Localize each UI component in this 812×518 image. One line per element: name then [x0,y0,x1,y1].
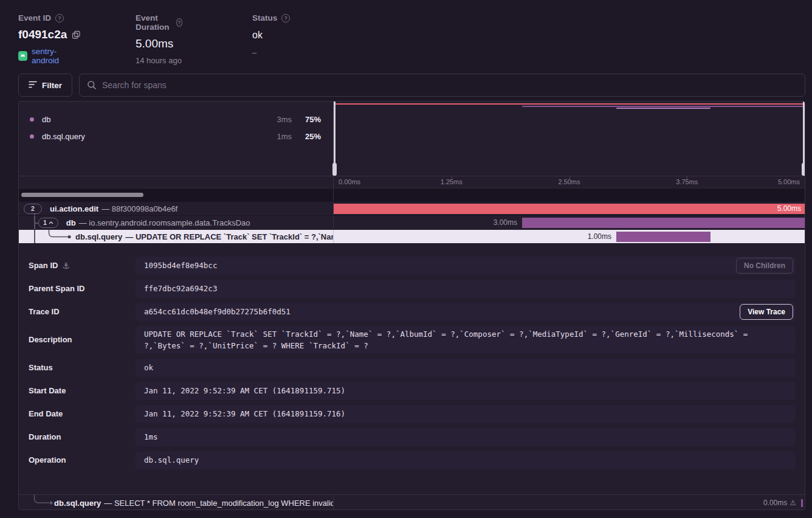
time-axis-row: 0.00ms 1.25ms 2.50ms 3.75ms 5.00ms [19,176,805,188]
help-icon[interactable]: ? [55,14,64,22]
minimap-span-line [522,106,805,107]
span-op: db.sql.query [54,499,101,508]
event-id-section: Event ID ? f0491c2a s [18,13,81,65]
span-id-value: 1095bd4ef8e94bcc No Children [136,257,796,275]
op-duration: 1ms [263,132,292,141]
vertical-scrollbar-thumb[interactable] [805,246,805,506]
event-duration-section: Event Duration ? 5.00ms 14 hours ago [136,13,182,65]
axis-tick-label: 2.50ms [558,178,580,185]
minimap-span-line [616,108,710,109]
status-value: ok [252,30,290,41]
span-detail-panel: Span ID ⚓ 1095bd4ef8e94bcc No Children P… [19,243,805,494]
chevron-up-icon [49,221,53,224]
op-duration: 3ms [263,115,292,124]
span-children-badge[interactable]: 2 [24,204,42,214]
span-op: db [66,218,76,227]
axis-tick-label: 1.25ms [441,178,463,185]
ops-breakdown-item-db[interactable]: db 3ms 75% [19,111,333,128]
op-percent: 75% [299,115,321,124]
warning-icon: ⚠ [790,495,796,510]
tree-connector [34,230,35,243]
horizontal-scrollbar-thumb[interactable] [21,193,143,197]
search-icon [87,80,97,90]
copy-icon[interactable] [72,30,81,40]
toolbar: Filter [18,74,805,97]
scroll-strip [19,188,805,201]
status-row-value: ok [136,359,796,377]
event-duration-ago: 14 hours ago [136,56,182,65]
tree-connector [33,495,58,510]
axis-tick-label: 0.00ms [339,178,360,185]
span-bar[interactable] [522,218,805,228]
span-description: — io.sentry.android.roomsample.data.Trac… [79,218,250,227]
span-description: — SELECT * FROM room_table_modification_… [104,499,334,508]
tree-connector [48,230,74,243]
span-bar [801,499,803,507]
trace-id-label: Trace ID [29,303,60,321]
span-bar[interactable] [334,204,805,214]
span-description: — 88f300998a0b4e6f [102,204,177,213]
axis-tick-label: 3.75ms [676,178,698,185]
description-value: UPDATE OR REPLACE `Track` SET `TrackId` … [136,326,796,354]
minimap-span-line [334,103,805,105]
span-row-ui-action-edit[interactable]: 2 ui.action.edit — 88f300998a0b4e6f 5.00… [19,201,805,215]
parent-span-id-value: ffe7dbc92a6942c3 [136,280,796,298]
status-label: Status [252,13,277,22]
end-date-label: End Date [29,405,63,423]
span-duration-label: 1.00ms [588,230,611,244]
span-row-db-sql-query-selected[interactable]: db.sql.query — UPDATE OR REPLACE `Track`… [19,229,805,243]
status-row-label: Status [29,359,53,377]
span-description: — UPDATE OR REPLACE `Track` SET `TrackId… [125,232,334,241]
span-op: db.sql.query [75,232,122,241]
filter-icon [29,81,37,90]
span-op: ui.action.edit [50,204,98,213]
status-section: Status ? ok – [252,13,290,57]
minimap-row: db 3ms 75% db.sql.query 1ms 25% [19,102,805,176]
span-bar[interactable] [616,232,710,242]
duration-row-label: Duration [29,428,61,446]
span-children-badge[interactable]: 1 [38,218,58,228]
ops-breakdown-item-db-sql-query[interactable]: db.sql.query 1ms 25% [19,128,333,145]
event-duration-label: Event Duration [136,13,172,32]
start-date-value: Jan 11, 2022 9:52:39 AM CET (1641891159.… [136,382,796,400]
android-project-icon [18,51,27,61]
status-sub: – [252,48,290,57]
tree-connector [34,214,35,215]
event-id-value: f0491c2a [18,28,67,41]
op-color-dot [30,134,34,139]
span-search[interactable] [79,74,805,97]
start-date-label: Start Date [29,382,66,400]
op-name: db [42,115,263,124]
span-row-db[interactable]: 1 db — io.sentry.android.roomsample.data… [19,215,805,229]
view-trace-button[interactable]: View Trace [740,304,793,320]
axis-tick-label: 5.00ms [778,178,800,185]
tree-connector [34,223,38,224]
anchor-icon[interactable]: ⚓ [62,257,70,275]
minimap-right-handle[interactable] [803,102,805,176]
trace-minimap[interactable] [334,102,805,176]
filter-button-label: Filter [42,81,62,90]
op-percent: 25% [299,132,321,141]
operation-label: Operation [29,451,66,469]
span-row-db-sql-query-select[interactable]: db.sql.query — SELECT * FROM room_table_… [19,494,805,510]
help-icon[interactable]: ? [176,18,182,27]
span-id-label: Span ID [29,257,58,275]
parent-span-id-label: Parent Span ID [29,280,84,298]
description-label: Description [29,331,72,349]
span-duration-label: 0.00ms [763,495,787,510]
trace-view-panel: db 3ms 75% db.sql.query 1ms 25% [18,101,805,510]
filter-button[interactable]: Filter [18,74,72,97]
no-children-badge: No Children [736,258,793,274]
ops-breakdown: db 3ms 75% db.sql.query 1ms 25% [19,102,334,176]
project-link[interactable]: sentry-android [32,47,81,65]
search-input[interactable] [102,80,797,90]
trace-id-value: a654cc61dc0b48ef9d0b27275b6f0d51 View Tr… [136,303,796,321]
span-duration-label: 5.00ms [777,202,801,216]
operation-value: db.sql.query [136,451,796,469]
time-axis: 0.00ms 1.25ms 2.50ms 3.75ms 5.00ms [334,176,805,188]
op-color-dot [30,117,34,122]
minimap-left-handle[interactable] [334,102,335,176]
op-name: db.sql.query [42,132,263,141]
end-date-value: Jan 11, 2022 9:52:39 AM CET (1641891159.… [136,405,796,423]
help-icon[interactable]: ? [281,14,290,22]
